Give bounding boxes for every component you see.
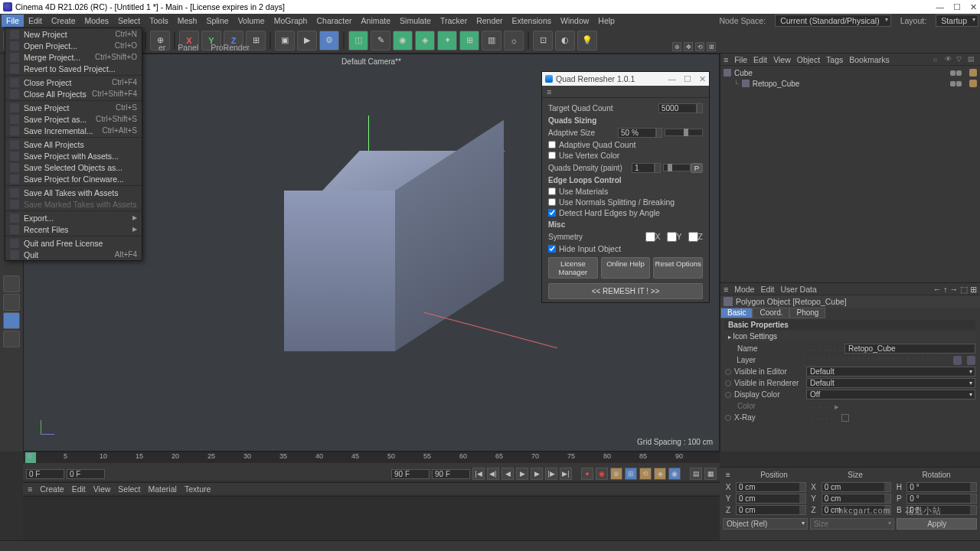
size-field[interactable]: 0 cm <box>822 505 892 515</box>
anim-dot[interactable] <box>725 380 731 386</box>
key-pla[interactable]: ◉ <box>668 468 681 480</box>
filemenu-item[interactable]: Revert to Saved Project... <box>5 63 142 74</box>
use-materials-check[interactable] <box>548 187 556 195</box>
spinner[interactable] <box>656 128 662 138</box>
reset-options-button[interactable]: Reset Options <box>653 257 703 279</box>
online-help-button[interactable]: Online Help <box>601 257 651 279</box>
om-file[interactable]: File <box>734 55 747 64</box>
filter-icon[interactable]: ▽ <box>956 55 965 64</box>
tag-tool[interactable]: ⊡ <box>533 31 553 51</box>
render-picture[interactable]: ▶ <box>297 31 317 51</box>
menu-create[interactable]: Create <box>47 15 80 27</box>
filemenu-item[interactable]: Save All Projects <box>5 139 142 150</box>
keyframe-opts[interactable]: ▤ <box>690 468 702 480</box>
filemenu-item[interactable]: Close All ProjectsCtrl+Shift+F4 <box>5 88 142 99</box>
menu-spline[interactable]: Spline <box>201 15 233 27</box>
am-edit[interactable]: Edit <box>760 285 774 294</box>
field[interactable]: ✦ <box>437 31 457 51</box>
mat-view[interactable]: View <box>93 484 111 494</box>
sym-x-check[interactable] <box>645 232 655 242</box>
object-mode-dropdown[interactable]: Object (Rel) <box>723 518 808 530</box>
anim-dot[interactable] <box>725 415 731 421</box>
basic-tab[interactable]: Basic <box>720 308 753 318</box>
menu-simulate[interactable]: Simulate <box>395 15 436 27</box>
autokey-button[interactable]: ◉ <box>596 468 608 480</box>
mograph-tool[interactable]: ⊞ <box>459 31 479 51</box>
xray-checkbox[interactable] <box>841 414 849 422</box>
om-tags[interactable]: Tags <box>826 55 843 64</box>
pos-field[interactable]: 0 cm <box>736 494 806 504</box>
mat-texture[interactable]: Texture <box>185 484 211 494</box>
size-mode-dropdown[interactable]: Size <box>810 518 895 530</box>
filemenu-item[interactable]: Merge Project...Ctrl+Shift+O <box>5 51 142 63</box>
layer-picker-icon[interactable] <box>953 356 962 365</box>
generator[interactable]: ◉ <box>393 31 413 51</box>
menu-animate[interactable]: Animate <box>357 15 396 27</box>
am-userdata[interactable]: User Data <box>781 285 817 294</box>
filemenu-item[interactable]: Save All Takes with Assets <box>5 187 142 198</box>
filemenu-item[interactable]: Save Selected Objects as... <box>5 161 142 173</box>
prev-key[interactable]: ◀| <box>487 468 499 480</box>
prev-frame[interactable]: ◀ <box>501 468 514 480</box>
filemenu-item[interactable]: Quit and Free License <box>5 237 142 249</box>
next-key[interactable]: |▶ <box>545 468 557 480</box>
filemenu-item[interactable]: Save ProjectCtrl+S <box>5 102 142 113</box>
layer-picker-icon[interactable] <box>967 356 975 365</box>
view-tab[interactable]: er <box>154 42 170 53</box>
hamburger-icon[interactable]: ≡ <box>724 55 728 64</box>
menu-select[interactable]: Select <box>113 15 145 27</box>
menu-character[interactable]: Character <box>312 15 356 27</box>
visible-renderer-dropdown[interactable]: Default <box>806 378 975 388</box>
phong-tab[interactable]: Phong <box>789 308 825 318</box>
display-color-dropdown[interactable]: Off <box>806 390 975 399</box>
end-frame-1[interactable]: 90 F <box>391 469 430 479</box>
size-field[interactable]: 0 cm <box>822 482 892 492</box>
filemenu-item[interactable]: Recent Files▶ <box>5 223 142 235</box>
hide-input-check[interactable] <box>548 245 556 253</box>
spline-primitive[interactable]: ✎ <box>371 31 390 51</box>
mat-select[interactable]: Select <box>118 484 140 494</box>
end-frame-2[interactable]: 90 F <box>432 469 470 479</box>
hamburger-icon[interactable]: ≡ <box>28 484 32 494</box>
filemenu-item[interactable]: Close ProjectCtrl+F4 <box>5 77 142 88</box>
tag-icon[interactable] <box>969 80 977 87</box>
tag-icon[interactable] <box>969 69 977 77</box>
lock-icon[interactable]: ⬚ <box>960 285 968 294</box>
visible-editor-dropdown[interactable]: Default <box>806 367 975 377</box>
menu-extensions[interactable]: Extensions <box>508 15 556 27</box>
target-quad-input[interactable]: 5000 <box>658 103 697 113</box>
menu-edit[interactable]: Edit <box>24 15 47 27</box>
bulb-icon[interactable]: 💡 <box>577 31 597 51</box>
menu-mograph[interactable]: MoGraph <box>270 15 312 27</box>
render-settings[interactable]: ⚙ <box>319 31 339 51</box>
render-view[interactable]: ▣ <box>275 31 295 51</box>
sym-z-check[interactable] <box>688 232 698 242</box>
layer-icon[interactable]: ▤ <box>968 55 977 64</box>
nodespace-dropdown[interactable]: Current (Standard/Physical) <box>775 15 891 27</box>
am-mode[interactable]: Mode <box>734 285 754 294</box>
pos-field[interactable]: 0 cm <box>736 482 806 492</box>
keyframe-opts2[interactable]: ▦ <box>704 468 717 480</box>
filemenu-item[interactable]: Save Project as...Ctrl+Shift+S <box>5 113 142 125</box>
menu-tools[interactable]: Tools <box>145 15 173 27</box>
filemenu-item[interactable]: Save Project for Cineware... <box>5 173 142 184</box>
sym-y-check[interactable] <box>667 232 677 242</box>
goto-start[interactable]: |◀ <box>472 468 485 480</box>
use-normals-check[interactable] <box>548 198 556 206</box>
layout-dropdown[interactable]: Startup <box>936 15 978 27</box>
detect-hard-edges-check[interactable] <box>548 209 556 217</box>
material-area[interactable] <box>23 496 720 540</box>
model-mode[interactable] <box>3 276 20 292</box>
dialog-menu-icon[interactable]: ≡ <box>542 86 709 98</box>
key-scale[interactable]: ⊞ <box>625 468 637 480</box>
density-slider[interactable] <box>663 164 691 171</box>
rot-field[interactable]: 0 ° <box>906 482 977 492</box>
view-nav-icon[interactable]: ✥ <box>684 42 693 51</box>
anim-dot[interactable] <box>725 392 731 398</box>
search-icon[interactable]: ⌕ <box>933 55 942 64</box>
remesh-button[interactable]: << REMESH IT ! >> <box>548 283 703 299</box>
spinner[interactable] <box>697 103 703 113</box>
menu-file[interactable]: File <box>2 15 24 27</box>
coord-tab[interactable]: Coord. <box>753 308 789 318</box>
view-nav-icon[interactable]: ⟲ <box>695 42 704 51</box>
